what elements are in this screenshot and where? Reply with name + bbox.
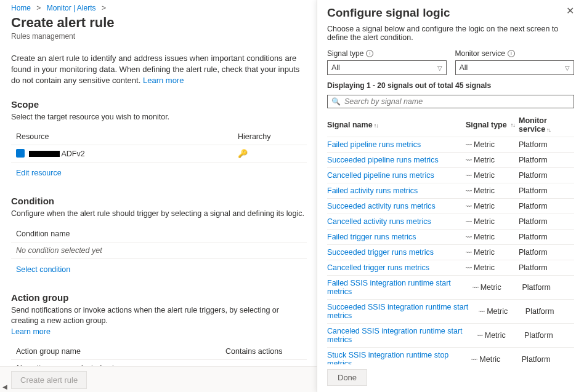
signal-row[interactable]: Failed trigger runs metrics〰MetricPlatfo…	[327, 230, 574, 245]
signal-row[interactable]: Cancelled trigger runs metrics〰MetricPla…	[327, 260, 574, 276]
resource-row[interactable]: ADFv2 🔑	[11, 145, 307, 162]
metric-icon: 〰	[466, 172, 471, 179]
col-action-name: Action group name	[11, 343, 221, 360]
signal-link[interactable]: Canceled SSIS integration runtime start …	[327, 327, 463, 344]
signal-type-value: Metric	[474, 186, 495, 195]
signal-link[interactable]: Failed pipeline runs metrics	[327, 140, 421, 149]
done-button[interactable]: Done	[327, 369, 367, 386]
breadcrumb-home[interactable]: Home	[11, 4, 31, 12]
panel-body[interactable]: Choose a signal below and configure the …	[317, 25, 584, 364]
metric-icon: 〰	[479, 308, 484, 315]
select-condition-link[interactable]: Select condition	[16, 265, 70, 274]
signal-type-value: Metric	[474, 156, 495, 164]
close-icon[interactable]: ✕	[566, 6, 574, 16]
signal-service-value: Platform	[519, 186, 574, 195]
chevron-down-icon: ▽	[437, 65, 442, 71]
metric-icon: 〰	[466, 157, 471, 164]
signal-row[interactable]: Succeeded SSIS integration runtime start…	[327, 300, 574, 324]
signal-link[interactable]: Cancelled trigger runs metrics	[327, 263, 429, 272]
chevron-left-icon[interactable]: ◀	[0, 382, 10, 392]
chevron-down-icon: ▽	[565, 65, 570, 71]
footer-bar: Create alert rule	[0, 366, 317, 392]
signal-link[interactable]: Failed SSIS integration runtime start me…	[327, 279, 451, 296]
scope-section: Scope Select the target resource you wis…	[11, 99, 307, 182]
signal-service-value: Platform	[519, 263, 574, 272]
signal-type-value: Metric	[474, 171, 495, 180]
signal-type-value: All	[331, 63, 340, 72]
sort-icon: ↑↓	[374, 122, 378, 129]
signal-service-value: Platform	[522, 283, 574, 292]
condition-desc: Configure when the alert rule should tri…	[11, 209, 307, 220]
signal-type-select[interactable]: All ▽	[327, 60, 447, 75]
signal-service-value: Platform	[525, 307, 574, 316]
action-learn-more-link[interactable]: Learn more	[11, 327, 51, 336]
metric-icon: 〰	[471, 356, 477, 363]
panel-title: Configure signal logic	[327, 6, 450, 20]
page-subtitle: Rules management	[11, 32, 307, 41]
learn-more-link[interactable]: Learn more	[143, 76, 184, 85]
resource-name: ADFv2	[61, 150, 84, 158]
signal-service-value: Platform	[522, 355, 574, 364]
signal-row[interactable]: Succeeded pipeline runs metrics〰MetricPl…	[327, 153, 574, 168]
signal-row[interactable]: Succeeded trigger runs metrics〰MetricPla…	[327, 245, 574, 260]
signal-row[interactable]: Failed pipeline runs metrics〰MetricPlatf…	[327, 137, 574, 153]
signal-link[interactable]: Succeeded SSIS integration runtime start…	[327, 303, 468, 320]
signal-service-value: Platform	[519, 171, 574, 180]
scope-desc: Select the target resource you wish to m…	[11, 112, 307, 123]
create-alert-rule-button[interactable]: Create alert rule	[11, 371, 87, 389]
info-icon[interactable]: i	[508, 50, 515, 57]
condition-section: Condition Configure when the alert rule …	[11, 196, 307, 278]
key-icon: 🔑	[238, 149, 248, 158]
signal-link[interactable]: Failed trigger runs metrics	[327, 233, 416, 241]
signal-link[interactable]: Stuck SSIS integration runtime stop metr…	[327, 351, 448, 364]
signal-link[interactable]: Cancelled activity runs metrics	[327, 217, 431, 226]
sort-icon: ↑↓	[511, 122, 515, 128]
signal-service-value: Platform	[519, 217, 574, 226]
result-count: Displaying 1 - 20 signals out of total 4…	[327, 81, 574, 90]
col-monitor-service[interactable]: Monitor service↑↓	[519, 116, 574, 134]
signal-row[interactable]: Cancelled activity runs metrics〰MetricPl…	[327, 214, 574, 230]
signal-row[interactable]: Failed activity runs metrics〰MetricPlatf…	[327, 183, 574, 199]
signal-row[interactable]: Succeeded activity runs metrics〰MetricPl…	[327, 199, 574, 214]
action-heading: Action group	[11, 292, 307, 303]
signal-link[interactable]: Cancelled pipeline runs metrics	[327, 171, 434, 180]
metric-icon: 〰	[466, 234, 471, 241]
signal-link[interactable]: Succeeded trigger runs metrics	[327, 248, 434, 257]
sort-icon: ↑↓	[546, 127, 551, 133]
col-signal-type[interactable]: Signal type↑↓	[466, 121, 519, 129]
signal-service-value: Platform	[519, 156, 574, 164]
configure-signal-panel: Configure signal logic ✕ Choose a signal…	[317, 0, 584, 392]
action-desc-text: Send notifications or invoke actions whe…	[11, 306, 279, 326]
breadcrumb-monitor[interactable]: Monitor | Alerts	[47, 4, 96, 12]
col-signal-name[interactable]: Signal name↑↓	[327, 121, 466, 129]
signal-service-value: Platform	[524, 331, 574, 340]
metric-icon: 〰	[466, 218, 471, 225]
col-resource: Resource	[11, 129, 233, 145]
signal-type-value: Metric	[474, 233, 495, 241]
search-wrapper[interactable]: 🔍	[327, 95, 574, 108]
condition-heading: Condition	[11, 196, 307, 206]
monitor-service-select[interactable]: All ▽	[455, 60, 575, 75]
signal-row[interactable]: Canceled SSIS integration runtime start …	[327, 324, 574, 348]
signal-row[interactable]: Failed SSIS integration runtime start me…	[327, 276, 574, 300]
info-icon[interactable]: i	[366, 50, 373, 57]
signal-service-value: Platform	[519, 248, 574, 257]
signal-type-value: Metric	[474, 263, 495, 272]
signal-link[interactable]: Failed activity runs metrics	[327, 186, 418, 195]
signal-type-value: Metric	[481, 283, 501, 292]
signal-link[interactable]: Succeeded activity runs metrics	[327, 202, 436, 210]
action-desc: Send notifications or invoke actions whe…	[11, 305, 307, 338]
metric-icon: 〰	[472, 284, 478, 291]
intro-text: Create an alert rule to identify and add…	[11, 53, 307, 87]
signal-row[interactable]: Stuck SSIS integration runtime stop metr…	[327, 348, 574, 364]
signal-row[interactable]: Cancelled pipeline runs metrics〰MetricPl…	[327, 168, 574, 183]
signal-service-value: Platform	[519, 202, 574, 210]
scope-heading: Scope	[11, 99, 307, 110]
metric-icon: 〰	[466, 188, 471, 194]
signal-type-value: Metric	[474, 248, 495, 257]
edit-resource-link[interactable]: Edit resource	[16, 169, 62, 177]
signal-link[interactable]: Succeeded pipeline runs metrics	[327, 156, 439, 164]
monitor-service-value: All	[460, 63, 468, 72]
search-input[interactable]	[344, 97, 570, 106]
metric-icon: 〰	[466, 249, 471, 256]
